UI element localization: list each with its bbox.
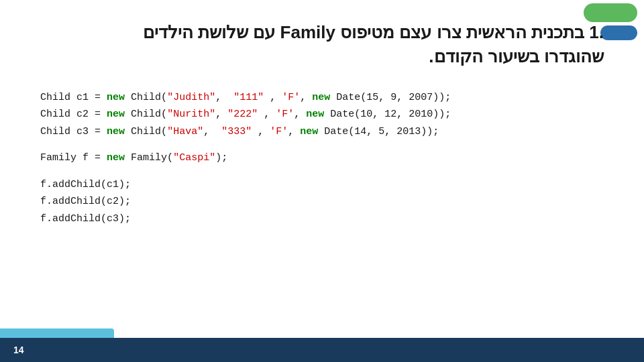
code-line-add2: f.addChild(c2); — [40, 193, 604, 210]
title-line1: .1 בתכנית הראשית צרו עצם מטיפוס Family ע… — [40, 20, 604, 44]
blue-oval — [600, 25, 637, 40]
title-block: .1 בתכנית הראשית צרו עצם מטיפוס Family ע… — [40, 20, 604, 69]
bottom-accent — [0, 328, 114, 338]
code-line-add1: f.addChild(c1); — [40, 176, 604, 194]
code-empty-1 — [40, 140, 604, 149]
code-empty-2 — [40, 167, 604, 176]
code-line-c1: Child c1 = new Child("Judith", "111" , '… — [40, 89, 604, 107]
code-line-family: Family f = new Family("Caspi"); — [40, 149, 604, 167]
code-line-c3: Child c3 = new Child("Hava", "333" , 'F'… — [40, 123, 604, 141]
bottom-bar: 14 — [0, 338, 644, 362]
code-line-add3: f.addChild(c3); — [40, 210, 604, 228]
code-block: Child c1 = new Child("Judith", "111" , '… — [40, 89, 604, 228]
main-content: .1 בתכנית הראשית צרו עצם מטיפוס Family ע… — [40, 20, 604, 227]
code-line-c2: Child c2 = new Child("Nurith", "222" , '… — [40, 106, 604, 123]
title-line2: שהוגדרו בשיעור הקודם. — [40, 44, 604, 68]
green-oval — [584, 3, 637, 22]
page-number: 14 — [0, 345, 24, 355]
